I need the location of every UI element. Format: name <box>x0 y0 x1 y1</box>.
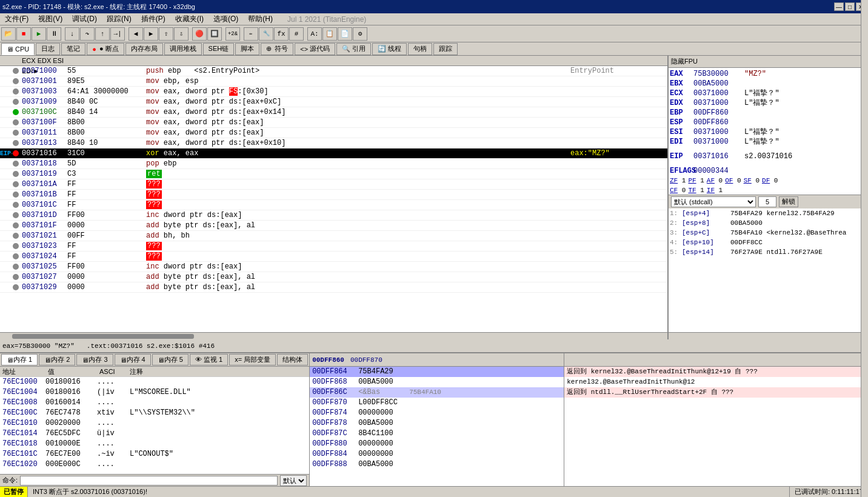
disasm-row[interactable]: 0037101B FF ??? <box>0 190 667 200</box>
tb-goto2[interactable]: ⇩ <box>174 27 189 41</box>
disasm-row[interactable]: 00371023 FF ??? <box>0 241 667 252</box>
menu-plugin[interactable]: 插件(P) <box>136 13 170 25</box>
reg-ebx[interactable]: EBX 00BA5000 <box>670 79 867 88</box>
menu-view[interactable]: 视图(V) <box>33 13 67 25</box>
stack-row[interactable]: 00DFF864 75B4FA29 <box>310 367 564 377</box>
flag-zf[interactable]: ZF 1 <box>670 177 686 184</box>
disasm-row[interactable]: 00371025 FF00 inc dword ptr ds:[eax] <box>0 262 667 272</box>
tb-hw-bp[interactable]: 🔲 <box>207 27 222 41</box>
mem-row[interactable]: 76EC1014 76EC5DFC ü|iv <box>0 429 309 439</box>
reg-eip[interactable]: EIP 00371016 s2.00371016 <box>670 152 867 161</box>
calllog-scrollbar[interactable] <box>861 0 868 497</box>
reg-esp[interactable]: ESP 00DFF860 <box>670 118 867 127</box>
disasm-content[interactable]: 00371000 55 push ebp <s2.EntryPoint> Ent… <box>0 66 667 332</box>
mem-tab-2[interactable]: 🖥 内存 2 <box>39 354 75 365</box>
tb-hash[interactable]: # <box>289 27 304 41</box>
call-stack-size-input[interactable] <box>758 196 776 207</box>
reg-scrollbar[interactable] <box>669 332 868 339</box>
reg-edi[interactable]: EDI 00371000 L"福摯？" <box>670 137 867 147</box>
reg-ecx[interactable]: ECX 00371000 L"福摯？" <box>670 88 867 98</box>
reg-eax[interactable]: EAX 75B30000 "MZ?" <box>670 69 867 79</box>
call-stack-item[interactable]: 3: [esp+C] 75B4FA10 <kernel32.@BaseThrea <box>669 228 868 238</box>
mem-tab-5[interactable]: 🖥 内存 5 <box>152 354 189 365</box>
reg-esi[interactable]: ESI 00371000 L"福摯？" <box>670 127 867 137</box>
call-stack-item[interactable]: 1: [esp+4] 75B4FA29 kernel32.75B4FA29 <box>669 208 868 218</box>
stack-row[interactable]: 00DFF888 00BA5000 <box>310 459 564 470</box>
mem-tab-watch[interactable]: 👁 监视 1 <box>190 354 228 365</box>
stack-row[interactable]: 00DFF878 00BA5000 <box>310 418 564 429</box>
minimize-button[interactable]: — <box>834 2 844 11</box>
stack-row[interactable]: 00DFF880 00000000 <box>310 439 564 449</box>
tab-trace[interactable]: 跟踪 <box>433 43 458 55</box>
menu-debug[interactable]: 调试(D) <box>67 13 102 25</box>
disasm-row[interactable]: 00371000 55 push ebp <s2.EntryPoint> Ent… <box>0 66 667 76</box>
disasm-row[interactable]: 0037101C FF ??? <box>0 200 667 210</box>
call-stack-item[interactable]: 2: [esp+8] 00BA5000 <box>669 218 868 228</box>
disasm-hscroll[interactable] <box>0 332 667 339</box>
tab-callstack[interactable]: 调用堆栈 <box>164 43 202 55</box>
tb-step-out[interactable]: ↑ <box>95 27 110 41</box>
tb-goto[interactable]: ⇧ <box>159 27 173 41</box>
reg-ebp[interactable]: EBP 00DFF860 <box>670 108 867 118</box>
flag-pf[interactable]: PF 1 <box>688 177 704 184</box>
stack-row[interactable]: 00DFF86C <&Bas 75B4FA10 <box>310 387 564 398</box>
reg-edx[interactable]: EDX 00371000 L"福摯？" <box>670 98 867 108</box>
disasm-eip-row[interactable]: EIP→ 00371016 31C0 xor eax, eax eax:"MZ?… <box>0 148 667 159</box>
menu-favorites[interactable]: 收藏夹(I) <box>170 13 209 25</box>
flag-cf[interactable]: CF 0 <box>670 187 686 194</box>
flag-if[interactable]: IF 1 <box>707 187 723 194</box>
tab-ref[interactable]: 🔍 引用 <box>336 43 371 55</box>
mem-tab-3[interactable]: 🖥 内存 3 <box>76 354 113 365</box>
disasm-row[interactable]: 0037100F 8B00 mov eax, dword ptr ds:[eax… <box>0 118 667 128</box>
disasm-row[interactable]: 00371011 8B00 mov eax, dword ptr ds:[eax… <box>0 128 667 138</box>
tb-back[interactable]: ◀ <box>129 27 143 41</box>
menu-file[interactable]: 文件(F) <box>0 13 33 25</box>
disasm-row[interactable]: 00371029 0000 add byte ptr ds:[eax], al <box>0 282 667 293</box>
tab-memory[interactable]: 内存布局 <box>125 43 163 55</box>
tb-mem-bp[interactable]: 🔴 <box>192 27 207 41</box>
mem-row[interactable]: 76EC100C 76EC7478 xtiv L"\\SYSTEM32\\" <box>0 408 309 418</box>
flag-sf[interactable]: SF 0 <box>744 177 760 184</box>
tab-notes[interactable]: 笔记 <box>61 43 85 55</box>
tab-handles[interactable]: 句柄 <box>408 43 432 55</box>
disasm-row[interactable]: 00371019 C3 ret <box>0 169 667 179</box>
disasm-row[interactable]: 0037101A FF ??? <box>0 179 667 190</box>
mem-tab-locals[interactable]: x= 局部变量 <box>229 354 276 365</box>
flag-af[interactable]: AF 0 <box>707 177 723 184</box>
tb-alloc[interactable]: +2& <box>225 27 240 41</box>
menu-help[interactable]: 帮助(H) <box>243 13 278 25</box>
tab-breakpoints[interactable]: ● ● 断点 <box>87 43 124 55</box>
tab-cpu[interactable]: 🖥 CPU <box>1 43 35 55</box>
command-mode-select[interactable]: 默认 <box>280 475 307 486</box>
mem-tab-1[interactable]: 🖥 内存 1 <box>1 354 38 365</box>
tab-symbol[interactable]: ⊕ 符号 <box>261 43 293 55</box>
stack-row[interactable]: 00DFF87C 8B4C1100 <box>310 429 564 439</box>
tab-source[interactable]: <> 源代码 <box>295 43 335 55</box>
command-input[interactable] <box>20 476 278 485</box>
tb-open[interactable]: 📂 <box>1 27 16 41</box>
mem-row[interactable]: 76EC1004 00180016 (|iv L"MSCOREE.DLL" <box>0 387 309 398</box>
tb-restart[interactable]: ■ <box>16 27 31 41</box>
tb-log[interactable]: 📄 <box>338 27 352 41</box>
tb-font[interactable]: A: <box>307 27 322 41</box>
disasm-row[interactable]: 00371021 00FF add bh, bh <box>0 231 667 241</box>
call-stack-item[interactable]: 5: [esp+14] 76F27A9E ntdll.76F27A9E <box>669 247 868 257</box>
mem-row[interactable]: 76EC1018 0010000E .... <box>0 439 309 449</box>
disasm-row[interactable]: 0037100C 8B40 14 mov eax, dword ptr ds:[… <box>0 107 667 118</box>
stack-row[interactable]: 00DFF868 00BA5000 <box>310 377 564 387</box>
flag-of[interactable]: OF 0 <box>725 177 741 184</box>
mem-tab-4[interactable]: 🖥 内存 4 <box>115 354 151 365</box>
call-convention-select[interactable]: 默认 (stdcall) <box>671 196 756 207</box>
mem-row[interactable]: 76EC1000 00180016 .... <box>0 377 309 387</box>
stack-row[interactable]: 00DFF870 L00DFF8CC <box>310 398 564 408</box>
tb-patch[interactable]: 🔧 <box>259 27 273 41</box>
tb-run[interactable]: ▶ <box>32 27 46 41</box>
tb-calc[interactable]: fx <box>274 27 289 41</box>
stack-row[interactable]: 00DFF884 00000000 <box>310 449 564 459</box>
disasm-row[interactable]: 00371018 5D pop ebp <box>0 159 667 169</box>
unlock-button[interactable]: 解锁 <box>779 196 798 207</box>
tab-thread[interactable]: 🔄 线程 <box>372 43 407 55</box>
reg-eflags[interactable]: EFLAGS 00000344 <box>670 166 867 176</box>
mem-row[interactable]: 76EC1010 00020000 .... <box>0 418 309 429</box>
mem-tab-struct[interactable]: 结构体 <box>277 354 308 365</box>
